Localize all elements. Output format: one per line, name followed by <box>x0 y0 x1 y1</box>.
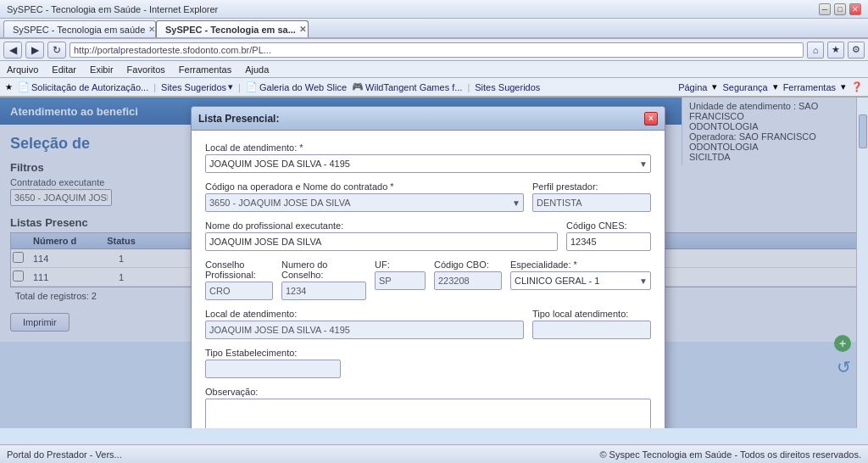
local-atendimento-select[interactable]: JOAQUIM JOSE DA SILVA - 4195 <box>205 154 651 173</box>
fav-label-1: Sites Sugeridos <box>161 82 226 92</box>
back-button[interactable]: ◀ <box>3 42 22 59</box>
modal-dialog: Lista Presencial: × Local de atendimento… <box>191 106 665 428</box>
fav-0[interactable]: 📄 Solicitação de Autorização... <box>18 81 148 92</box>
local-atend2-group: Local de atendimento: <box>205 309 524 339</box>
codigo-operadora-select[interactable]: 3650 - JOAQUIM JOSE DA SILVA <box>205 193 524 212</box>
menu-bar: Arquivo Editar Exibir Favoritos Ferramen… <box>0 61 868 78</box>
observacao-group: Observação: <box>205 387 651 428</box>
address-bar-row: ◀ ▶ ↻ ⌂ ★ ⚙ <box>0 39 868 61</box>
tipo-local-label: Tipo local atendimento: <box>532 309 651 319</box>
address-input[interactable] <box>70 42 804 58</box>
menu-arquivo[interactable]: Arquivo <box>3 64 42 75</box>
nome-profissional-group: Nome do profissional executante: <box>205 220 558 251</box>
fav-label-3: WildTangent Games f... <box>365 82 462 92</box>
fav-1[interactable]: Sites Sugeridos ▾ <box>161 81 233 92</box>
numero-conselho-label: Numero do Conselho: <box>281 259 366 280</box>
perfil-prestador-label: Perfil prestador: <box>532 181 651 192</box>
favorites-button[interactable]: ★ <box>827 42 844 59</box>
codigo-operadora-select-wrapper: 3650 - JOAQUIM JOSE DA SILVA ▼ <box>205 193 524 212</box>
tab-1-label: SySPEC - Tecnologia em sa... <box>165 25 296 35</box>
tipo-local-input <box>532 321 651 339</box>
uf-group: UF: <box>375 259 426 300</box>
codigo-cbo-input <box>434 271 502 290</box>
codigo-cnes-group: Código CNES: <box>566 220 651 251</box>
maximize-button[interactable]: □ <box>834 3 846 15</box>
modal-close-button[interactable]: × <box>644 112 658 126</box>
tab-1[interactable]: SySPEC - Tecnologia em sa... ✕ <box>156 20 309 37</box>
right-menu-help[interactable]: ❓ <box>851 81 863 92</box>
modal-body: Local de atendimento: * JOAQUIM JOSE DA … <box>192 131 665 428</box>
tab-0-close[interactable]: ✕ <box>148 25 155 34</box>
codigo-cbo-group: Código CBO: <box>434 259 502 300</box>
local2-tipo-row: Local de atendimento: Tipo local atendim… <box>205 309 651 339</box>
forward-button[interactable]: ▶ <box>25 42 44 59</box>
window-controls: ─ □ ✕ <box>819 3 861 15</box>
nome-profissional-input[interactable] <box>205 232 558 251</box>
status-right: © Syspec Tecnologia em Saúde - Todos os … <box>599 449 861 460</box>
codigo-operadora-group: Código na operadora e Nome do contratado… <box>205 181 524 212</box>
modal-title: Lista Presencial: <box>198 113 279 125</box>
tab-0[interactable]: SySPEC - Tecnologia em saúde ✕ <box>3 20 156 37</box>
local-atend2-input <box>205 321 524 339</box>
codigo-cnes-label: Código CNES: <box>566 220 651 231</box>
home-button[interactable]: ⌂ <box>807 42 824 59</box>
refresh-button[interactable]: ↻ <box>47 42 66 59</box>
perfil-prestador-group: Perfil prestador: <box>532 181 651 212</box>
codigo-cnes-input[interactable] <box>566 232 651 251</box>
settings-button[interactable]: ⚙ <box>848 42 865 59</box>
right-menu-ferramentas[interactable]: Ferramentas <box>783 81 836 92</box>
scrollbar[interactable] <box>856 98 868 428</box>
tipo-estabelecimento-input <box>205 360 341 378</box>
codigo-perfil-row: Código na operadora e Nome do contratado… <box>205 181 651 212</box>
codigo-cbo-label: Código CBO: <box>434 259 502 270</box>
menu-ferramentas[interactable]: Ferramentas <box>175 64 235 75</box>
conselho-profissional-label: Conselho Profissional: <box>205 259 273 280</box>
right-menu-pagina[interactable]: Página <box>678 81 707 92</box>
observacao-input[interactable] <box>205 399 651 428</box>
observacao-label: Observação: <box>205 387 651 397</box>
minimize-button[interactable]: ─ <box>819 3 831 15</box>
favorites-bar: ★ 📄 Solicitação de Autorização... | Site… <box>0 78 868 97</box>
scrollbar-thumb[interactable] <box>859 114 867 148</box>
status-bar: Portal do Prestador - Vers... © Syspec T… <box>0 444 868 463</box>
window-title: SySPEC - Tecnologia em Saúde - Internet … <box>7 4 218 14</box>
nome-profissional-label: Nome do profissional executante: <box>205 220 558 231</box>
especialidade-select[interactable]: CLINICO GERAL - 1CLINICO GERAL - 2ORTODO… <box>510 271 651 290</box>
tab-1-close[interactable]: ✕ <box>299 25 306 34</box>
especialidade-select-wrapper: CLINICO GERAL - 1CLINICO GERAL - 2ORTODO… <box>510 271 651 290</box>
uf-label: UF: <box>375 259 426 270</box>
tab-bar: SySPEC - Tecnologia em saúde ✕ SySPEC - … <box>0 19 868 39</box>
fav-label-2: Galeria do Web Slice <box>259 82 347 92</box>
local-atendimento-group: Local de atendimento: * JOAQUIM JOSE DA … <box>205 142 651 173</box>
menu-ajuda[interactable]: Ajuda <box>242 64 272 75</box>
especialidade-label: Especialidade: * <box>510 259 651 270</box>
conselho-profissional-input <box>205 282 273 300</box>
page-area: Atendimento ao benefici Seleção de Filtr… <box>0 98 868 428</box>
tipo-local-group: Tipo local atendimento: <box>532 309 651 339</box>
fav-icon-3: 🎮 <box>352 81 364 92</box>
nome-cnes-row: Nome do profissional executante: Código … <box>205 220 651 251</box>
fav-2[interactable]: 📄 Galeria do Web Slice <box>246 81 347 92</box>
conselho-profissional-group: Conselho Profissional: <box>205 259 273 300</box>
tipo-estabelecimento-group: Tipo Estabelecimento: <box>205 348 651 378</box>
menu-editar[interactable]: Editar <box>48 64 80 75</box>
window-close-button[interactable]: ✕ <box>849 3 861 15</box>
modal-header: Lista Presencial: × <box>192 107 665 131</box>
fav-icon-0: 📄 <box>18 81 30 92</box>
fav-3[interactable]: 🎮 WildTangent Games f... <box>352 81 462 92</box>
status-left: Portal do Prestador - Vers... <box>7 449 122 460</box>
fav-icon-2: 📄 <box>246 81 258 92</box>
right-menu-seguranca[interactable]: Segurança <box>722 81 767 92</box>
favorites-star-icon: ★ <box>5 82 13 92</box>
fav-label-4: Sites Sugeridos <box>475 82 540 92</box>
tipo-estabelecimento-label: Tipo Estabelecimento: <box>205 348 651 358</box>
local-atendimento-label: Local de atendimento: * <box>205 142 651 153</box>
menu-favoritos[interactable]: Favoritos <box>124 64 169 75</box>
title-bar: SySPEC - Tecnologia em Saúde - Internet … <box>0 0 868 19</box>
local-atend2-label: Local de atendimento: <box>205 309 524 319</box>
fav-4[interactable]: Sites Sugeridos <box>475 82 540 92</box>
perfil-prestador-input <box>532 193 651 212</box>
especialidade-group: Especialidade: * CLINICO GERAL - 1CLINIC… <box>510 259 651 300</box>
menu-exibir[interactable]: Exibir <box>86 64 117 75</box>
uf-input <box>375 271 426 290</box>
